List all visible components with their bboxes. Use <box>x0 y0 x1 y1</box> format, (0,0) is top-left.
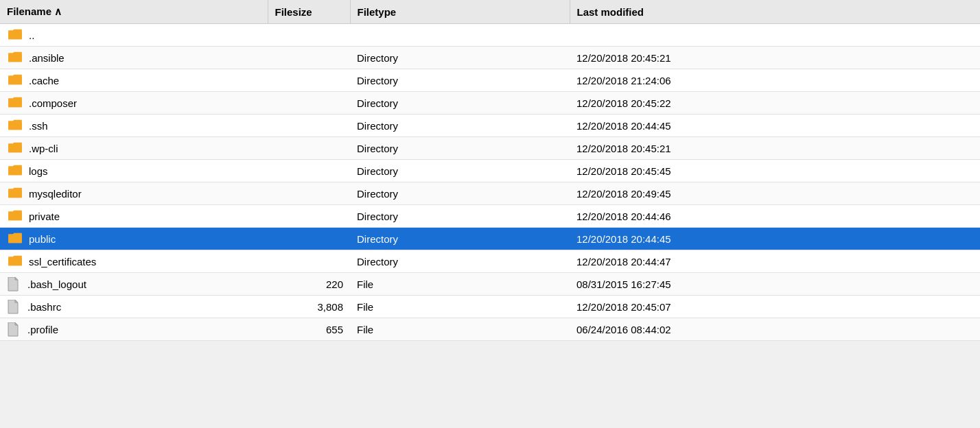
lastmodified-cell: 12/20/2018 20:44:45 <box>570 115 980 137</box>
filename-cell: .ansible <box>0 47 268 69</box>
filename-cell: ssl_certificates <box>0 250 268 273</box>
folder-icon <box>7 164 23 176</box>
table-row[interactable]: .cacheDirectory12/20/2018 21:24:06 <box>0 69 980 92</box>
folder-icon <box>7 28 23 40</box>
lastmodified-cell <box>570 24 980 47</box>
filename-header-label: Filename <box>7 5 51 17</box>
filetype-cell: Directory <box>350 228 570 250</box>
lastmodified-header-label: Last modified <box>577 6 644 18</box>
filesize-cell <box>268 115 350 137</box>
table-row[interactable]: .ansibleDirectory12/20/2018 20:45:21 <box>0 47 980 69</box>
filename-text: .cache <box>29 75 59 86</box>
lastmodified-cell: 08/31/2015 16:27:45 <box>570 273 980 296</box>
filename-text: .bashrc <box>27 301 61 313</box>
table-row[interactable]: .composerDirectory12/20/2018 20:45:22 <box>0 92 980 115</box>
col-header-lastmodified[interactable]: Last modified <box>570 0 980 24</box>
filename-text: .bash_logout <box>27 278 86 290</box>
filesize-cell <box>268 205 350 228</box>
filename-cell: mysqleditor <box>0 182 268 205</box>
filename-cell: .composer <box>0 92 268 115</box>
filename-text: .wp-cli <box>29 143 58 154</box>
filetype-cell: Directory <box>350 160 570 182</box>
filename-cell: private <box>0 205 268 228</box>
filesize-cell <box>268 92 350 115</box>
filename-cell: .ssh <box>0 115 268 137</box>
filename-text: public <box>29 233 56 245</box>
folder-icon <box>7 51 23 63</box>
folder-icon <box>7 254 23 267</box>
table-row[interactable]: ssl_certificatesDirectory12/20/2018 20:4… <box>0 250 980 273</box>
filetype-cell: Directory <box>350 182 570 205</box>
lastmodified-cell: 12/20/2018 20:45:07 <box>570 296 980 318</box>
folder-icon <box>7 141 23 154</box>
filetype-cell: Directory <box>350 115 570 137</box>
table-row[interactable]: .bashrc3,808File12/20/2018 20:45:07 <box>0 296 980 318</box>
filename-text: .ansible <box>29 52 65 64</box>
filename-cell: .profile <box>0 318 268 341</box>
svg-rect-0 <box>8 32 22 39</box>
folder-icon <box>7 96 23 108</box>
filesize-cell: 220 <box>268 273 350 296</box>
col-header-filesize[interactable]: Filesize <box>268 0 350 24</box>
filesize-cell <box>268 137 350 160</box>
lastmodified-cell: 12/20/2018 20:45:21 <box>570 137 980 160</box>
filetype-cell: File <box>350 318 570 341</box>
col-header-filename[interactable]: Filename ∧ <box>0 0 268 24</box>
table-header-row: Filename ∧ Filesize Filetype Last modifi… <box>0 0 980 24</box>
filename-text: .. <box>29 29 34 41</box>
filename-text: .ssh <box>29 120 48 132</box>
svg-rect-3 <box>8 99 22 107</box>
folder-icon <box>7 232 23 244</box>
table-row[interactable]: logsDirectory12/20/2018 20:45:45 <box>0 160 980 182</box>
filetype-cell: Directory <box>350 250 570 273</box>
filename-cell: .. <box>0 24 268 47</box>
table-row[interactable]: privateDirectory12/20/2018 20:44:46 <box>0 205 980 228</box>
filetype-cell: File <box>350 296 570 318</box>
file-icon <box>7 322 22 335</box>
filename-text: .profile <box>27 324 58 335</box>
lastmodified-cell: 06/24/2016 08:44:02 <box>570 318 980 341</box>
lastmodified-cell: 12/20/2018 20:44:47 <box>570 250 980 273</box>
filetype-cell: File <box>350 273 570 296</box>
filename-text: .composer <box>29 97 77 109</box>
svg-rect-9 <box>8 235 22 243</box>
table-row[interactable]: .profile655File06/24/2016 08:44:02 <box>0 318 980 341</box>
filetype-cell: Directory <box>350 92 570 115</box>
filename-cell: .wp-cli <box>0 137 268 160</box>
table-row[interactable]: publicDirectory12/20/2018 20:44:45 <box>0 228 980 250</box>
lastmodified-cell: 12/20/2018 21:24:06 <box>570 69 980 92</box>
svg-rect-2 <box>8 77 22 84</box>
svg-rect-7 <box>8 190 22 198</box>
filesize-cell <box>268 160 350 182</box>
filetype-cell: Directory <box>350 137 570 160</box>
lastmodified-cell: 12/20/2018 20:44:45 <box>570 228 980 250</box>
filename-cell: .cache <box>0 69 268 92</box>
folder-icon <box>7 187 23 199</box>
sort-asc-icon: ∧ <box>54 5 62 17</box>
filesize-cell <box>268 47 350 69</box>
filetype-cell: Directory <box>350 47 570 69</box>
col-header-filetype[interactable]: Filetype <box>350 0 570 24</box>
filesize-cell <box>268 24 350 47</box>
filename-text: mysqleditor <box>29 188 82 200</box>
svg-rect-4 <box>8 122 22 130</box>
table-row[interactable]: .bash_logout220File08/31/2015 16:27:45 <box>0 273 980 296</box>
svg-rect-10 <box>8 258 22 265</box>
lastmodified-cell: 12/20/2018 20:49:45 <box>570 182 980 205</box>
filesize-header-label: Filesize <box>275 6 312 18</box>
folder-icon <box>7 73 23 86</box>
filename-cell: .bash_logout <box>0 273 268 296</box>
table-row[interactable]: mysqleditorDirectory12/20/2018 20:49:45 <box>0 182 980 205</box>
svg-rect-6 <box>8 167 22 175</box>
table-row[interactable]: .. <box>0 24 980 47</box>
svg-rect-8 <box>8 213 22 220</box>
file-icon <box>7 300 22 312</box>
table-row[interactable]: .wp-cliDirectory12/20/2018 20:45:21 <box>0 137 980 160</box>
lastmodified-cell: 12/20/2018 20:45:45 <box>570 160 980 182</box>
lastmodified-cell: 12/20/2018 20:45:21 <box>570 47 980 69</box>
lastmodified-cell: 12/20/2018 20:44:46 <box>570 205 980 228</box>
folder-icon <box>7 119 23 131</box>
table-row[interactable]: .sshDirectory12/20/2018 20:44:45 <box>0 115 980 137</box>
filename-cell: logs <box>0 160 268 182</box>
lastmodified-cell: 12/20/2018 20:45:22 <box>570 92 980 115</box>
